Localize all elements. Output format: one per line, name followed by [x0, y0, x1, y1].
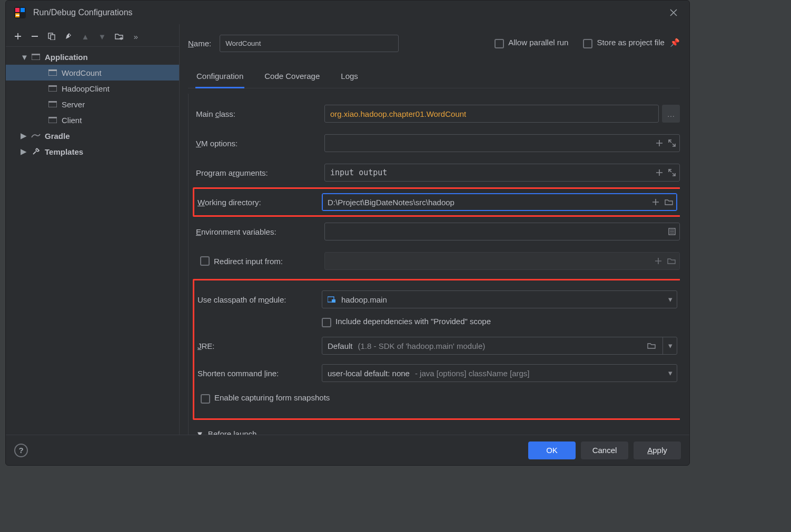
redirect-input-checkbox[interactable]: Redirect input from: [200, 256, 320, 266]
intellij-icon [14, 7, 26, 18]
working-directory-row: Working directory: [193, 187, 680, 217]
tree-toolbar: ▲ ▼ » [6, 29, 179, 46]
svg-rect-8 [32, 54, 40, 55]
pin-icon: 📌 [668, 38, 680, 47]
tree-node-application[interactable]: ▼ Application [6, 49, 179, 65]
move-up-button[interactable]: ▲ [81, 32, 90, 41]
add-config-button[interactable] [13, 32, 23, 41]
redirect-input-row: Redirect input from: [196, 246, 680, 276]
shorten-command-row: Shorten command line: user-local default… [196, 359, 677, 387]
tree-node-wordcount[interactable]: WordCount [6, 65, 179, 81]
svg-rect-10 [48, 69, 57, 71]
allow-parallel-checkbox[interactable]: Allow parallel run [495, 38, 568, 48]
config-editor-pane: Name: Allow parallel run Store as projec… [180, 24, 689, 435]
tree-node-client[interactable]: Client [6, 112, 179, 128]
tab-logs[interactable]: Logs [340, 67, 359, 88]
insert-macro-icon[interactable] [656, 169, 663, 176]
config-tree: ▼ Application WordCount HadoopClient Ser… [6, 46, 179, 435]
titlebar: Run/Debug Configurations [6, 1, 689, 24]
browse-class-button[interactable]: … [662, 105, 680, 123]
program-arguments-input[interactable] [324, 164, 680, 182]
application-icon [48, 85, 57, 92]
tab-code-coverage[interactable]: Code Coverage [263, 67, 321, 88]
tree-label: HadoopClient [62, 84, 110, 93]
chevron-down-icon: ▾ [668, 368, 673, 378]
chevron-down-icon: ▾ [668, 295, 673, 304]
tree-label: Client [62, 116, 82, 125]
cancel-button[interactable]: Cancel [581, 441, 628, 459]
tree-node-server[interactable]: Server [6, 96, 179, 112]
insert-macro-icon[interactable] [656, 139, 663, 147]
main-class-row: Main class: … [196, 99, 680, 128]
application-icon [48, 116, 57, 124]
program-arguments-row: Program arguments: [196, 158, 680, 187]
include-provided-checkbox[interactable]: Include dependencies with "Provided" sco… [322, 317, 491, 327]
ok-button[interactable]: OK [528, 441, 576, 459]
tree-node-hadoopclient[interactable]: HadoopClient [6, 81, 179, 96]
redirect-input-path [324, 252, 680, 270]
tree-node-templates[interactable]: ▶ Templates [6, 144, 179, 159]
main-class-input[interactable] [324, 105, 659, 123]
classpath-section: Use classpath of module: hadoop.main ▾ [193, 279, 680, 420]
tree-label: WordCount [62, 68, 102, 77]
new-folder-button[interactable] [114, 32, 124, 41]
edit-env-icon[interactable] [668, 228, 676, 235]
before-launch-section[interactable]: ▼ Before launch [196, 429, 680, 435]
expand-icon[interactable] [668, 139, 676, 147]
working-directory-input[interactable] [322, 193, 677, 211]
svg-rect-1 [15, 8, 19, 12]
browse-folder-icon[interactable] [647, 342, 656, 349]
chevron-right-icon: ▶ [21, 131, 27, 140]
environment-variables-row: Environment variables: [196, 217, 680, 246]
shorten-command-select[interactable]: user-local default: none - java [options… [322, 364, 677, 382]
svg-rect-12 [48, 85, 57, 87]
svg-rect-4 [16, 15, 19, 16]
gradle-icon [31, 132, 41, 139]
chevron-right-icon: ▶ [21, 147, 27, 156]
chevron-down-icon: ▾ [663, 337, 673, 354]
browse-folder-icon [667, 257, 676, 265]
close-icon[interactable] [666, 5, 681, 20]
environment-variables-input[interactable] [324, 223, 680, 240]
config-tree-pane: ▲ ▼ » ▼ Application WordCount HadoopClie… [6, 24, 180, 435]
include-provided-row: Include dependencies with "Provided" sco… [196, 312, 677, 332]
svg-rect-19 [332, 299, 335, 303]
apply-button[interactable]: Apply [634, 441, 681, 459]
enable-snapshots-row: Enable capturing form snapshots [196, 387, 677, 410]
store-as-project-file-checkbox[interactable]: Store as project file 📌 [583, 38, 680, 48]
dialog-title: Run/Debug Configurations [33, 8, 133, 17]
vm-options-input[interactable] [324, 134, 680, 152]
svg-rect-14 [48, 101, 57, 103]
insert-macro-icon [655, 257, 662, 265]
tab-configuration[interactable]: Configuration [195, 67, 244, 88]
tree-node-gradle[interactable]: ▶ Gradle [6, 128, 179, 144]
help-button[interactable]: ? [14, 444, 28, 457]
classpath-module-row: Use classpath of module: hadoop.main ▾ [196, 287, 677, 312]
wrench-icon [31, 148, 41, 155]
vm-options-row: VM options: [196, 128, 680, 158]
tree-label: Server [62, 100, 85, 109]
config-tabs: Configuration Code Coverage Logs [188, 67, 680, 88]
tree-label: Application [45, 53, 88, 62]
remove-config-button[interactable] [30, 32, 39, 41]
move-down-button[interactable]: ▼ [97, 32, 107, 41]
expand-icon[interactable] [668, 169, 676, 176]
insert-macro-icon[interactable] [652, 198, 659, 206]
chevron-down-icon: ▼ [21, 53, 27, 62]
dialog-button-bar: ? OK Cancel Apply [6, 435, 689, 465]
svg-rect-16 [48, 117, 57, 118]
jre-row: JRE: Default (1.8 - SDK of 'hadoop.main'… [196, 332, 677, 359]
more-actions-button[interactable]: » [131, 32, 141, 41]
name-input[interactable] [220, 35, 399, 52]
svg-rect-6 [51, 35, 55, 40]
browse-folder-icon[interactable] [665, 198, 673, 206]
classpath-module-select[interactable]: hadoop.main ▾ [322, 290, 677, 308]
name-label: Name: [188, 39, 211, 48]
tree-label: Gradle [45, 132, 70, 140]
copy-config-button[interactable] [47, 32, 56, 41]
jre-select[interactable]: Default (1.8 - SDK of 'hadoop.main' modu… [322, 337, 677, 355]
enable-snapshots-checkbox[interactable]: Enable capturing form snapshots [201, 393, 330, 403]
edit-templates-button[interactable] [64, 32, 73, 41]
application-icon [48, 69, 57, 76]
application-icon [48, 101, 57, 108]
